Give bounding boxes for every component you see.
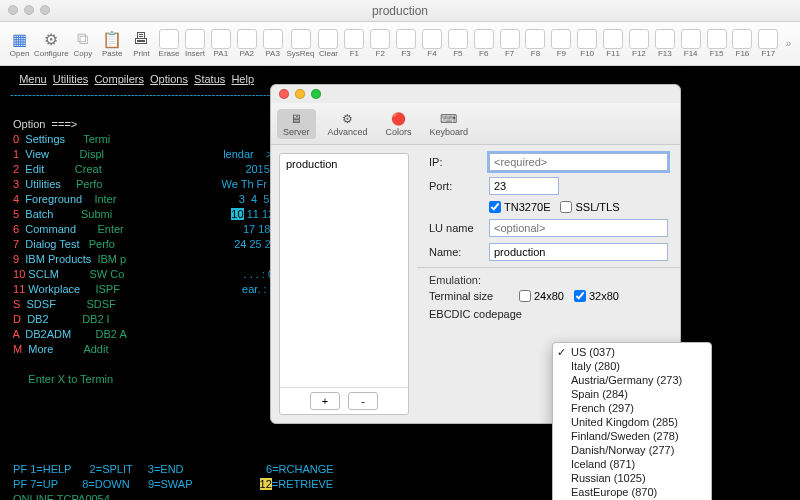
ts-32x80-checkbox[interactable] [574, 290, 586, 302]
f11-button[interactable]: F11 [601, 25, 625, 63]
sheet-zoom-icon[interactable] [311, 89, 321, 99]
tab-keyboard[interactable]: ⌨Keyboard [424, 109, 475, 139]
window-titlebar: production [0, 0, 800, 22]
name-label: Name: [429, 246, 489, 258]
traffic-lights [8, 5, 50, 15]
sheet-tabs: 🖥Server ⚙Advanced 🔴Colors ⌨Keyboard [271, 103, 680, 145]
name-field[interactable] [489, 243, 668, 261]
f15-button[interactable]: F15 [705, 25, 729, 63]
codepage-option[interactable]: Spain (284) [553, 387, 711, 401]
zoom-icon[interactable] [40, 5, 50, 15]
sheet-minimize-icon[interactable] [295, 89, 305, 99]
f14-button[interactable]: F14 [679, 25, 703, 63]
f16-button[interactable]: F16 [731, 25, 755, 63]
f6-button[interactable]: F6 [472, 25, 496, 63]
ts-24x80-checkbox[interactable] [519, 290, 531, 302]
erase-button[interactable]: Erase [157, 25, 181, 63]
codepage-option[interactable]: Italy (280) [553, 359, 711, 373]
toolbar-overflow-icon[interactable]: » [782, 38, 794, 49]
gear-icon: ⚙ [338, 111, 358, 127]
insert-button[interactable]: Insert [183, 25, 207, 63]
ip-label: IP: [429, 156, 489, 168]
codepage-label: EBCDIC codepage [429, 308, 549, 320]
clear-button[interactable]: Clear [317, 25, 341, 63]
f13-button[interactable]: F13 [653, 25, 677, 63]
sheet-titlebar [271, 85, 680, 103]
pa2-button[interactable]: PA2 [235, 25, 259, 63]
codepage-option[interactable]: United Kingdom (285) [553, 415, 711, 429]
f10-button[interactable]: F10 [575, 25, 599, 63]
tab-server[interactable]: 🖥Server [277, 109, 316, 139]
f1-button[interactable]: F1 [342, 25, 366, 63]
lu-label: LU name [429, 222, 489, 234]
f17-button[interactable]: F17 [756, 25, 780, 63]
codepage-option[interactable]: Finland/Sweden (278) [553, 429, 711, 443]
add-server-button[interactable]: + [310, 392, 340, 410]
open-button[interactable]: ▦Open [6, 25, 33, 63]
port-label: Port: [429, 180, 489, 192]
f4-button[interactable]: F4 [420, 25, 444, 63]
f2-button[interactable]: F2 [368, 25, 392, 63]
tab-advanced[interactable]: ⚙Advanced [322, 109, 374, 139]
port-field[interactable] [489, 177, 559, 195]
keyboard-icon: ⌨ [439, 111, 459, 127]
codepage-option[interactable]: French (297) [553, 401, 711, 415]
configure-button[interactable]: ⚙Configure [35, 25, 67, 63]
codepage-option[interactable]: Iceland (871) [553, 457, 711, 471]
pa1-button[interactable]: PA1 [209, 25, 233, 63]
tn3270e-checkbox[interactable] [489, 201, 501, 213]
f8-button[interactable]: F8 [524, 25, 548, 63]
server-icon: 🖥 [286, 111, 306, 127]
tab-colors[interactable]: 🔴Colors [380, 109, 418, 139]
f5-button[interactable]: F5 [446, 25, 470, 63]
server-list: production + - [279, 153, 409, 415]
codepage-option[interactable]: Russian (1025) [553, 471, 711, 485]
codepage-option[interactable]: Austria/Germany (273) [553, 373, 711, 387]
lu-field[interactable] [489, 219, 668, 237]
ip-field[interactable] [489, 153, 668, 171]
codepage-option[interactable]: US (037) [553, 345, 711, 359]
sysreq-button[interactable]: SysReq [287, 25, 315, 63]
window-title: production [372, 4, 428, 18]
codepage-option[interactable]: Danish/Norway (277) [553, 443, 711, 457]
ssltls-checkbox[interactable] [560, 201, 572, 213]
emulation-label: Emulation: [429, 274, 668, 286]
colors-icon: 🔴 [389, 111, 409, 127]
remove-server-button[interactable]: - [348, 392, 378, 410]
pa3-button[interactable]: PA3 [261, 25, 285, 63]
f7-button[interactable]: F7 [498, 25, 522, 63]
sheet-close-icon[interactable] [279, 89, 289, 99]
print-button[interactable]: 🖶Print [128, 25, 155, 63]
close-icon[interactable] [8, 5, 18, 15]
minimize-icon[interactable] [24, 5, 34, 15]
main-toolbar: ▦Open ⚙Configure ⧉Copy 📋Paste 🖶Print Era… [0, 22, 800, 66]
codepage-option[interactable]: EastEurope (870) [553, 485, 711, 499]
f12-button[interactable]: F12 [627, 25, 651, 63]
server-list-item[interactable]: production [286, 158, 402, 170]
f3-button[interactable]: F3 [394, 25, 418, 63]
f9-button[interactable]: F9 [549, 25, 573, 63]
copy-button[interactable]: ⧉Copy [69, 25, 96, 63]
codepage-dropdown[interactable]: US (037)Italy (280)Austria/Germany (273)… [552, 342, 712, 500]
termsize-label: Terminal size [429, 290, 519, 302]
paste-button[interactable]: 📋Paste [99, 25, 126, 63]
